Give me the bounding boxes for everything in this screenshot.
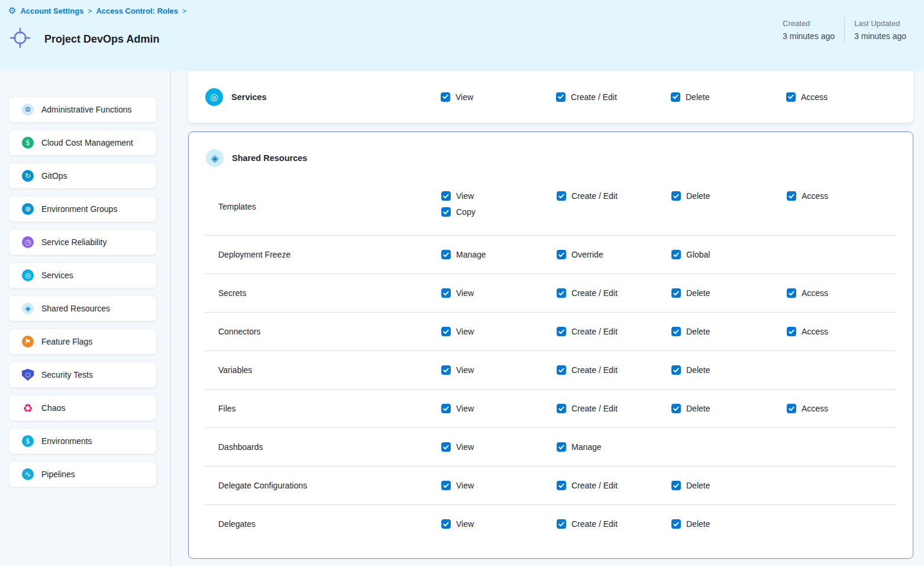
permission-checkbox[interactable]: View (441, 404, 557, 413)
checkbox-checked-icon[interactable] (671, 365, 681, 375)
checkbox-checked-icon[interactable] (441, 92, 450, 102)
sidebar-item-shared-resources[interactable]: ◈ Shared Resources (8, 295, 157, 321)
sidebar-item-chaos[interactable]: ♻ Chaos (8, 395, 157, 421)
sidebar-item-services[interactable]: ◎ Services (8, 262, 157, 288)
checkbox-checked-icon[interactable] (557, 327, 566, 336)
checkbox-checked-icon[interactable] (557, 481, 566, 490)
permission-checkbox[interactable]: Delete (671, 191, 787, 201)
permission-label: Access (802, 191, 828, 201)
permission-checkbox[interactable]: Create / Edit (557, 481, 671, 490)
checkbox-checked-icon[interactable] (441, 191, 451, 201)
sidebar-item-environments[interactable]: $ Environments (8, 428, 157, 454)
permission-col: View (441, 442, 557, 452)
checkbox-checked-icon[interactable] (557, 250, 566, 259)
sidebar-item-label: Environments (41, 436, 92, 446)
checkbox-checked-icon[interactable] (556, 92, 566, 102)
sidebar-item-service-reliability[interactable]: ◷ Service Reliability (8, 229, 157, 255)
checkbox-checked-icon[interactable] (441, 365, 451, 375)
checkbox-checked-icon[interactable] (787, 404, 796, 413)
sidebar-item-cloud-cost-management[interactable]: $ Cloud Cost Management (8, 130, 157, 156)
sidebar-item-administrative-functions[interactable]: ⚙ Administrative Functions (8, 97, 157, 123)
permission-label: Delete (686, 365, 710, 375)
checkbox-checked-icon[interactable] (787, 191, 796, 201)
permission-checkbox[interactable]: Delete (671, 288, 787, 298)
permission-checkbox[interactable]: Create / Edit (557, 519, 671, 529)
permission-checkbox[interactable]: Delete (671, 481, 787, 490)
sidebar-item-security-tests[interactable]: ○ Security Tests (8, 362, 157, 388)
permission-checkbox[interactable]: Delete (671, 327, 787, 336)
permission-checkbox[interactable]: Delete (671, 519, 787, 529)
sidebar-item-gitops[interactable]: ↻ GitOps (8, 163, 157, 189)
permission-checkbox[interactable]: Delete (671, 404, 787, 413)
permission-checkbox[interactable]: Create / Edit (557, 327, 671, 336)
permission-col: Override (557, 250, 671, 259)
permission-checkbox[interactable]: Manage (557, 442, 671, 452)
permission-checkbox[interactable]: Access (786, 92, 913, 102)
permission-label: Create / Edit (571, 92, 617, 102)
permission-label: View (456, 365, 474, 375)
checkbox-checked-icon[interactable] (671, 519, 681, 529)
permission-checkbox[interactable]: View (441, 327, 557, 336)
permission-checkbox[interactable]: View (441, 442, 557, 452)
checkbox-checked-icon[interactable] (441, 327, 451, 336)
permission-checkbox[interactable]: Access (787, 327, 913, 336)
permission-label: Delete (686, 191, 710, 201)
permission-col: Delete (671, 178, 787, 201)
permission-label: Delete (686, 327, 710, 336)
permission-label: View (456, 481, 474, 490)
checkbox-checked-icon[interactable] (671, 327, 681, 336)
permission-checkbox[interactable]: Access (787, 288, 913, 298)
checkbox-checked-icon[interactable] (671, 191, 681, 201)
checkbox-checked-icon[interactable] (671, 288, 681, 298)
checkbox-checked-icon[interactable] (441, 481, 451, 490)
checkbox-checked-icon[interactable] (787, 327, 796, 336)
checkbox-checked-icon[interactable] (441, 207, 451, 217)
permission-checkbox[interactable]: Create / Edit (557, 191, 671, 201)
breadcrumb-account-settings[interactable]: Account Settings (20, 7, 83, 15)
checkbox-checked-icon[interactable] (441, 250, 451, 259)
permission-checkbox[interactable]: Create / Edit (557, 365, 671, 375)
checkbox-checked-icon[interactable] (671, 250, 681, 259)
breadcrumb-separator: > (88, 7, 92, 15)
checkbox-checked-icon[interactable] (671, 481, 681, 490)
checkbox-checked-icon[interactable] (671, 404, 681, 413)
permission-checkbox[interactable]: Override (557, 250, 671, 259)
sidebar-item-environment-groups[interactable]: ⊛ Environment Groups (8, 196, 157, 222)
permission-checkbox[interactable]: Access (787, 191, 913, 201)
permission-checkbox[interactable]: Create / Edit (556, 92, 671, 102)
checkbox-checked-icon[interactable] (557, 404, 566, 413)
permission-checkbox[interactable]: View (441, 481, 557, 490)
checkbox-checked-icon[interactable] (557, 365, 566, 375)
checkbox-checked-icon[interactable] (557, 442, 566, 452)
sidebar-item-pipelines[interactable]: ∿ Pipelines (8, 461, 157, 487)
permission-checkbox[interactable]: Access (787, 404, 913, 413)
permission-checkbox[interactable]: Global (671, 250, 787, 259)
checkbox-checked-icon[interactable] (441, 442, 451, 452)
checkbox-checked-icon[interactable] (441, 288, 451, 298)
permission-checkbox[interactable]: Delete (671, 92, 786, 102)
permission-checkbox[interactable]: View (441, 191, 557, 201)
checkbox-checked-icon[interactable] (557, 288, 566, 298)
services-permission-col: Access (786, 92, 913, 102)
sidebar-item-feature-flags[interactable]: ⚑ Feature Flags (8, 329, 157, 355)
permission-checkbox[interactable]: Manage (441, 250, 557, 259)
permission-checkbox[interactable]: Copy (441, 207, 557, 217)
checkbox-checked-icon[interactable] (786, 92, 796, 102)
gear-icon: ⚙ (8, 7, 16, 15)
checkbox-checked-icon[interactable] (671, 92, 680, 102)
checkbox-checked-icon[interactable] (441, 404, 451, 413)
breadcrumb-access-control-roles[interactable]: Access Control: Roles (96, 7, 178, 15)
checkbox-checked-icon[interactable] (441, 519, 451, 529)
permission-checkbox[interactable]: Create / Edit (557, 288, 671, 298)
checkbox-checked-icon[interactable] (557, 519, 566, 529)
permission-checkbox[interactable]: Create / Edit (557, 404, 671, 413)
permission-checkbox[interactable]: View (441, 288, 557, 298)
permission-checkbox[interactable]: View (441, 365, 557, 375)
permission-checkbox[interactable]: View (441, 92, 556, 102)
checkbox-checked-icon[interactable] (557, 191, 566, 201)
permission-checkbox[interactable]: Delete (671, 365, 787, 375)
resource-permission-row: Delegate Configurations View Create / Ed… (189, 467, 913, 504)
permission-col: Access (787, 404, 913, 413)
checkbox-checked-icon[interactable] (787, 288, 796, 298)
permission-checkbox[interactable]: View (441, 519, 557, 529)
